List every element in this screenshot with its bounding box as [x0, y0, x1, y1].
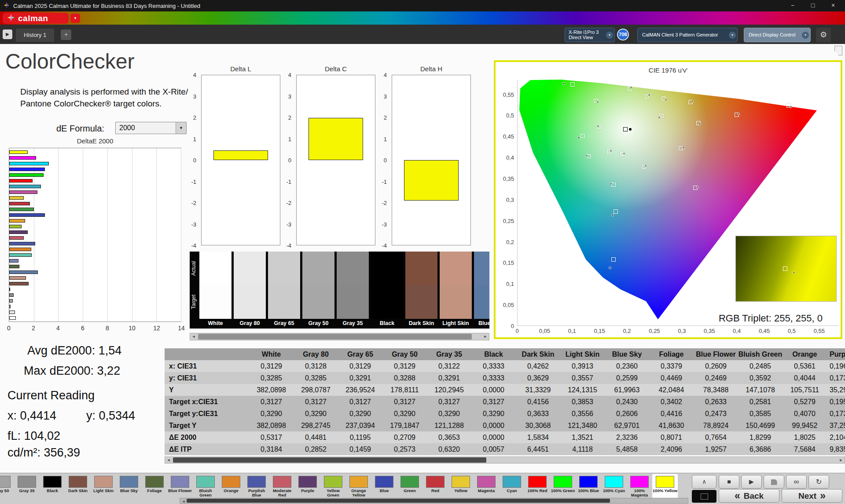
patch-100-red[interactable]: 100% Red [525, 474, 550, 499]
patch-light-skin[interactable]: Light Skin [91, 474, 116, 499]
add-tab-button[interactable]: + [61, 29, 71, 40]
scrollbar-thumb[interactable] [198, 334, 472, 340]
scrollbar-thumb[interactable] [187, 499, 610, 503]
table-cell: 78,8924 [694, 420, 738, 431]
patch-blue-sky[interactable]: Blue Sky [116, 474, 142, 499]
close-button[interactable]: × [823, 0, 843, 11]
continuous-read-button[interactable]: ∞ [786, 475, 807, 489]
table-cell: 0,3184 [249, 443, 294, 455]
table-cell: 0,3122 [427, 360, 471, 372]
patch-100-yellow[interactable]: 100% Yellow [652, 474, 678, 499]
table-cell: 147,1078 [738, 384, 783, 396]
deltae-bar-row [9, 155, 181, 161]
axis-tick-label: 0 [193, 157, 196, 164]
gear-icon[interactable]: ⚙ [816, 28, 831, 42]
patch-purplish-blue[interactable]: Purplish Blue [244, 474, 269, 499]
patch-magenta[interactable]: Magenta [474, 474, 499, 499]
delta-bar [213, 150, 268, 160]
patch-blue[interactable]: Blue [371, 474, 397, 499]
patch-100-magenta[interactable]: 100% Magenta [627, 474, 652, 499]
table-cell: 2,4096 [649, 443, 694, 455]
expand-panel-button[interactable]: ∧ [692, 475, 716, 489]
patch-foliage[interactable]: Foliage [142, 474, 167, 499]
save-button[interactable] [764, 475, 784, 489]
patch-swatch [400, 476, 419, 488]
patch-scrollbar[interactable]: ◄ [180, 498, 688, 504]
table-header-cell [165, 348, 249, 360]
patch-label-text: Moderate Red [269, 489, 295, 498]
display-window-button[interactable] [692, 490, 716, 503]
back-button[interactable]: « Back [719, 489, 779, 503]
swatch-actual [302, 252, 334, 285]
deltae-bar-row [9, 303, 181, 309]
patch-bluish-green[interactable]: Bluish Green [193, 474, 218, 499]
axis-tick-label: 0,15 [594, 328, 605, 334]
swatch-column: Gray 80 [234, 252, 266, 329]
scroll-left-icon[interactable]: ◄ [165, 457, 172, 463]
patch-orange-yellow[interactable]: Orange Yellow [346, 474, 371, 499]
scroll-left-icon[interactable]: ◄ [180, 498, 187, 503]
patch-black[interactable]: Black [40, 474, 65, 499]
page-curl-icon[interactable] [834, 46, 842, 55]
patch-100-cyan[interactable]: 100% Cyan [601, 474, 627, 499]
play-button[interactable]: ▶ [741, 475, 762, 489]
table-row: ΔE ITP0,31840,28520,14590,25730,63200,00… [165, 443, 845, 455]
next-button[interactable]: Next » [782, 489, 842, 503]
patch-gray-50[interactable]: Gray 50 [0, 474, 14, 499]
refresh-button[interactable]: ↻ [808, 475, 829, 489]
patch-label-text: Blue [371, 489, 397, 493]
patch-100-green[interactable]: 100% Green [550, 474, 576, 499]
patch-red[interactable]: Red [422, 474, 448, 499]
display-control-dropdown[interactable]: Direct Display Control ▼ [744, 28, 811, 42]
patch-label-text: Magenta [474, 489, 499, 493]
swatch-target [405, 285, 437, 319]
deltae-bar-row [9, 212, 181, 218]
table-cell: 0,8071 [649, 431, 694, 443]
deltae-bar-100-cyan [9, 162, 49, 165]
cie-chart-panel[interactable]: CIE 1976 u'v' 00,050,10,150,20,250,30,35… [494, 60, 842, 339]
table-scrollbar[interactable]: ◄ ► [165, 457, 845, 464]
minimize-button[interactable]: − [783, 0, 803, 11]
patch-yellow[interactable]: Yellow [448, 474, 474, 499]
patch-moderate-red[interactable]: Moderate Red [269, 474, 295, 499]
table-cell: 105,7511 [783, 384, 827, 396]
scroll-right-icon[interactable]: ► [838, 457, 845, 463]
axis-tick-label: 0,4 [506, 154, 514, 161]
axis-tick-label: 2 [288, 114, 291, 121]
axis-tick-label: -3 [286, 221, 291, 227]
chevron-down-icon[interactable]: ▼ [802, 32, 809, 39]
scrollbar-thumb[interactable] [173, 457, 486, 463]
pattern-generator-dropdown[interactable]: CalMAN Client 3 Pattern Generator ▼ [637, 28, 738, 42]
meter-dropdown[interactable]: X-Rite i1Pro 3 Direct View ▼ [565, 28, 615, 42]
patch-gray-35[interactable]: Gray 35 [14, 474, 40, 499]
cie-measured-marker [562, 82, 565, 85]
chevron-down-icon[interactable]: ▼ [606, 32, 613, 39]
patch-green[interactable]: Green [397, 474, 422, 499]
scroll-left-icon[interactable]: ◄ [190, 333, 197, 340]
table-cell: 382,0898 [249, 420, 294, 431]
tab-history-1[interactable]: History 1 [16, 29, 54, 42]
maximize-button[interactable]: □ [803, 0, 823, 11]
axis-tick-label: 0 [511, 323, 514, 329]
logo-menu-button[interactable]: ▼ [70, 14, 80, 23]
patch-blue-flower[interactable]: Blue Flower [167, 474, 193, 499]
scroll-right-icon[interactable]: ► [482, 333, 489, 340]
axis-tick-label: 0,35 [503, 175, 514, 182]
de-formula-select[interactable]: 2000 ▼ [115, 122, 187, 134]
patch-100-blue[interactable]: 100% Blue [576, 474, 601, 499]
axis-tick-label: -1 [191, 178, 196, 185]
chevron-down-icon[interactable]: ▼ [729, 32, 736, 39]
stop-button[interactable]: ■ [719, 475, 739, 489]
swatch-label: Light Skin [440, 319, 472, 329]
scroll-tabs-button[interactable]: ▶ [3, 29, 12, 39]
patch-orange[interactable]: Orange [218, 474, 244, 499]
patch-dark-skin[interactable]: Dark Skin [65, 474, 91, 499]
meter-count-badge: 708 [617, 29, 629, 40]
swatch-scrollbar[interactable]: ◄ ► [190, 333, 489, 340]
axis-tick-label: 0,2 [623, 328, 631, 334]
patch-purple[interactable]: Purple [295, 474, 320, 499]
patch-cyan[interactable]: Cyan [499, 474, 525, 499]
deltae-bar-green [9, 208, 34, 211]
patch-yellow-green[interactable]: Yellow Green [320, 474, 346, 499]
table-cell: 0,3585 [738, 408, 783, 420]
